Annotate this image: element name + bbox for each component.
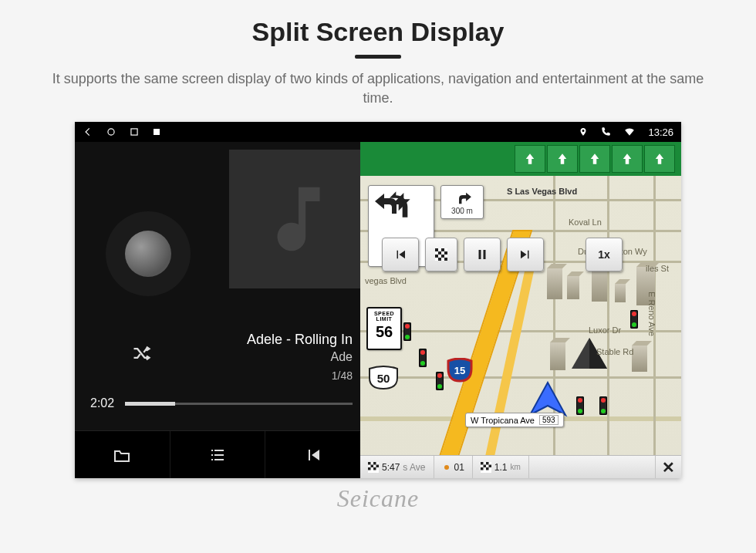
svg-rect-12 — [438, 258, 441, 261]
svg-rect-21 — [373, 462, 376, 465]
address-number: 593 — [539, 415, 559, 425]
address-street: W Tropicana Ave — [471, 416, 535, 425]
svg-rect-22 — [371, 464, 374, 467]
svg-point-0 — [108, 129, 114, 135]
lane-arrow — [547, 145, 578, 173]
nav-bottom-bar: 5:47 s Ave 01 1.1 km ✕ — [360, 455, 681, 478]
svg-rect-28 — [481, 462, 484, 465]
nav-distance-value: 1.1 — [494, 462, 508, 473]
street-label: S Las Vegas Blvd — [507, 187, 577, 196]
svg-rect-7 — [441, 248, 444, 251]
track-info: Adele - Rolling In Ade 1/48 — [183, 331, 353, 382]
wifi-icon — [623, 126, 636, 137]
android-statusbar: 13:26 — [75, 122, 681, 142]
progress-row: 2:02 — [90, 396, 353, 410]
svg-rect-32 — [481, 467, 484, 470]
title-underline — [355, 55, 401, 59]
nav-eta-cell[interactable]: 5:47 s Ave — [360, 456, 434, 478]
speed-limit-label: SPEED LIMIT — [368, 311, 400, 322]
svg-rect-29 — [486, 462, 489, 465]
nav-time: 5:47 — [382, 462, 400, 473]
track-artist: Ade — [183, 349, 353, 366]
svg-rect-8 — [438, 251, 441, 255]
elapsed-time: 2:02 — [90, 396, 114, 410]
previous-button[interactable] — [265, 431, 360, 478]
svg-text:15: 15 — [454, 365, 465, 376]
location-icon — [579, 126, 588, 137]
lane-arrow — [579, 145, 610, 173]
track-title: Adele - Rolling In — [183, 331, 353, 349]
music-bottom-bar — [75, 430, 360, 478]
svg-rect-33 — [486, 467, 489, 470]
lane-arrow — [644, 145, 675, 173]
turn-secondary-unit: m — [467, 207, 473, 215]
interstate-shield: 15 — [447, 358, 473, 383]
map-canvas[interactable]: S Las Vegas Blvd Koval Ln Duke Ellington… — [360, 176, 681, 455]
svg-rect-2 — [154, 129, 160, 135]
track-counter: 1/48 — [183, 369, 353, 383]
route-shield: 50 — [368, 366, 399, 390]
lane-guidance-bar — [360, 142, 681, 176]
nav-speed-button[interactable]: 1x — [586, 238, 623, 271]
album-art-placeholder — [229, 150, 368, 288]
street-label: E Reno Ave — [647, 292, 656, 336]
svg-rect-23 — [376, 464, 380, 467]
svg-rect-9 — [444, 251, 447, 255]
screenshot-icon[interactable] — [152, 127, 161, 137]
back-icon[interactable] — [83, 126, 93, 137]
joystick-control[interactable] — [106, 211, 191, 296]
street-label: Koval Ln — [569, 217, 602, 227]
svg-rect-15 — [484, 250, 486, 259]
speed-limit-sign: SPEED LIMIT 56 — [366, 307, 402, 350]
svg-rect-24 — [368, 467, 371, 470]
street-label: Stable Rd — [596, 347, 633, 356]
svg-rect-13 — [444, 258, 447, 261]
phone-icon — [600, 126, 611, 137]
address-bubble: W Tropicana Ave 593 — [465, 413, 564, 427]
street-label: iles St — [646, 264, 669, 273]
shuffle-icon[interactable] — [129, 342, 155, 367]
svg-rect-1 — [131, 129, 137, 135]
svg-rect-30 — [483, 464, 486, 467]
svg-rect-31 — [488, 464, 491, 467]
clock: 13:26 — [648, 126, 673, 138]
nav-prev-button[interactable] — [382, 238, 419, 271]
nav-close-button[interactable]: ✕ — [655, 456, 681, 478]
nav-eta-suffix: s Ave — [403, 462, 425, 473]
home-icon[interactable] — [106, 126, 116, 137]
nav-next-button[interactable] — [507, 238, 544, 271]
svg-marker-18 — [530, 383, 565, 415]
recent-apps-icon[interactable] — [129, 126, 140, 137]
lane-arrow — [515, 145, 545, 173]
turn-instruction-secondary: 300 m — [440, 185, 484, 219]
page-title: Split Screen Display — [0, 0, 756, 47]
svg-rect-10 — [435, 255, 438, 258]
lane-arrow — [612, 145, 643, 173]
navigation-pane: S Las Vegas Blvd Koval Ln Duke Ellington… — [360, 142, 681, 478]
street-label: vegas Blvd — [365, 276, 407, 285]
playlist-button[interactable] — [170, 431, 266, 478]
svg-rect-11 — [441, 255, 444, 258]
nav-playback-controls: 1x — [382, 238, 623, 271]
turn-secondary-distance: 300 — [451, 207, 464, 215]
nav-waypoint-value: 01 — [454, 462, 464, 473]
svg-rect-20 — [368, 462, 371, 465]
nav-pause-button[interactable] — [464, 238, 501, 271]
nav-waypoint-cell[interactable]: 01 — [434, 456, 473, 478]
brand-watermark: Seicane — [0, 484, 756, 513]
svg-rect-14 — [479, 250, 481, 259]
progress-bar[interactable] — [125, 403, 353, 405]
music-player-pane: Adele - Rolling In Ade 1/48 2:02 — [75, 142, 360, 478]
folder-button[interactable] — [75, 431, 170, 478]
nav-distance-unit: km — [511, 463, 521, 471]
page-subtitle: It supports the same screen display of t… — [46, 69, 710, 108]
nav-distance-cell[interactable]: 1.1 km — [473, 456, 529, 478]
svg-point-26 — [444, 465, 449, 470]
speed-limit-value: 56 — [368, 323, 400, 341]
svg-text:50: 50 — [377, 372, 390, 385]
svg-rect-6 — [435, 248, 438, 251]
nav-checkpoint-button[interactable] — [425, 238, 457, 271]
svg-rect-25 — [373, 467, 376, 470]
street-label: Luxor Dr — [589, 325, 621, 335]
device-screenshot: 13:26 Adele - Rolling In Ade 1/48 2:02 — [75, 122, 681, 478]
